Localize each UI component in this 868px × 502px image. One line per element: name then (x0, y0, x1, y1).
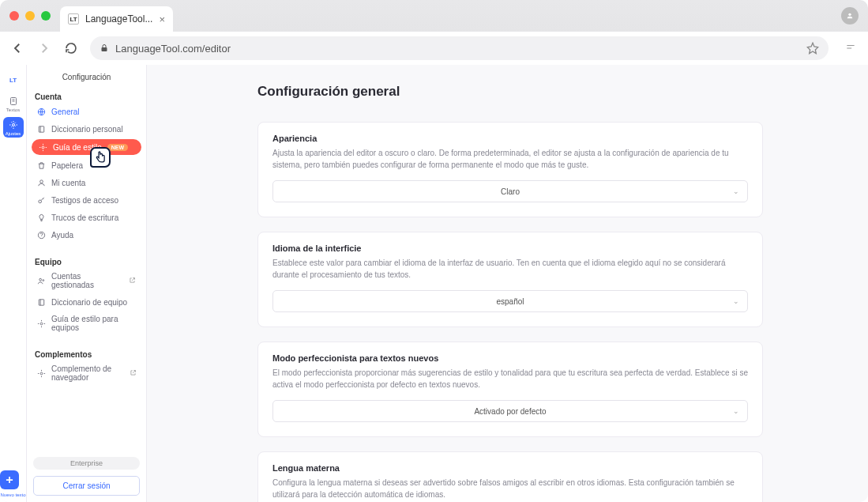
logo-icon: LT (8, 74, 19, 85)
sidebar-item-cuentas-gestionadas[interactable]: Cuentas gestionadas (27, 268, 146, 293)
sparkle-icon (36, 319, 46, 328)
select-value: Activado por defecto (474, 407, 546, 416)
card-title: Idioma de la interficie (272, 243, 748, 253)
close-window-button[interactable] (9, 11, 19, 21)
svg-rect-1 (102, 47, 107, 51)
sidebar-item-label: Testigos de acceso (51, 196, 118, 205)
rail-new-label: Nuevo texto (0, 493, 25, 497)
sidebar-item-ayuda[interactable]: Ayuda (27, 226, 146, 243)
sidebar-item-label: Diccionario personal (51, 125, 123, 134)
puzzle-icon (36, 368, 46, 378)
app-shell: LT Textos Ajustes Nuevo texto Configurac… (0, 65, 868, 502)
sidebar-item-label: Complemento de navegador (51, 364, 124, 382)
sidebar-item-testigos[interactable]: Testigos de acceso (27, 191, 146, 209)
users-icon (36, 276, 46, 285)
gear-icon (8, 119, 19, 130)
rail-label: Ajustes (6, 131, 21, 136)
select-perfeccionista[interactable]: Activado por defecto ⌄ (272, 400, 748, 422)
chevron-down-icon: ⌄ (733, 187, 739, 195)
settings-sidebar: Configuración Cuenta General Diccionario… (27, 65, 147, 502)
sidebar-item-guia-estilo[interactable]: Guía de estilo NEW (32, 139, 141, 155)
svg-point-0 (848, 13, 851, 16)
sidebar-item-diccionario[interactable]: Diccionario personal (27, 120, 146, 138)
signout-button[interactable]: Cerrar sesión (33, 476, 140, 496)
sidebar-item-complemento-navegador[interactable]: Complemento de navegador (27, 360, 146, 386)
titlebar: LT LanguageTool... × (0, 0, 868, 32)
browser-tab[interactable]: LT LanguageTool... × (60, 6, 173, 32)
svg-point-14 (40, 372, 43, 375)
sidebar-footer: Enterprise Cerrar sesión (27, 451, 146, 502)
tab-close-icon[interactable]: × (159, 13, 165, 25)
svg-rect-12 (39, 299, 43, 304)
back-button[interactable] (9, 40, 25, 56)
sidebar-item-diccionario-equipo[interactable]: Diccionario de equipo (27, 293, 146, 311)
card-title: Modo perfeccionista para textos nuevos (272, 353, 748, 363)
select-idioma[interactable]: español ⌄ (272, 290, 748, 312)
favicon-icon: LT (68, 13, 79, 25)
chevron-down-icon: ⌄ (733, 297, 739, 305)
bookmark-star-icon[interactable] (806, 42, 819, 55)
select-apariencia[interactable]: Claro ⌄ (272, 180, 748, 202)
sparkle-icon (38, 142, 47, 152)
rail-label: Textos (6, 108, 20, 112)
svg-rect-5 (39, 126, 43, 131)
user-icon (36, 178, 46, 187)
sidebar-item-general[interactable]: General (27, 103, 146, 120)
card-lengua-materna: Lengua materna Configura la lengua mater… (257, 451, 763, 502)
lock-icon (100, 43, 109, 53)
chevron-down-icon: ⌄ (733, 407, 739, 415)
maximize-window-button[interactable] (41, 11, 51, 21)
svg-point-6 (42, 146, 44, 149)
sidebar-item-label: Trucos de escritura (51, 213, 118, 222)
sidebar-item-label: Papelera (51, 161, 83, 170)
help-icon (36, 230, 46, 240)
card-apariencia: Apariencia Ajusta la apariencia del edit… (257, 122, 763, 217)
sidebar-item-label: Guía de estilo para equipos (51, 315, 137, 332)
new-badge: NEW (107, 144, 128, 151)
forward-button (36, 40, 52, 56)
key-icon (36, 195, 46, 205)
pointer-cursor-icon (90, 147, 111, 168)
sidebar-item-label: General (51, 108, 80, 116)
reload-button[interactable] (63, 40, 79, 56)
sidebar-item-micuenta[interactable]: Mi cuenta (27, 174, 146, 191)
left-rail: LT Textos Ajustes Nuevo texto (0, 65, 27, 502)
minimize-window-button[interactable] (25, 11, 35, 21)
svg-point-7 (39, 179, 43, 183)
page-title: Configuración general (257, 84, 763, 100)
main-content: Configuración general Apariencia Ajusta … (147, 65, 868, 502)
card-title: Apariencia (272, 134, 748, 143)
card-perfeccionista: Modo perfeccionista para textos nuevos E… (257, 342, 763, 437)
sidebar-item-label: Cuentas gestionadas (51, 272, 123, 289)
lightbulb-icon (36, 213, 46, 222)
rail-logo[interactable]: LT (3, 70, 24, 90)
tab-title: LanguageTool... (85, 13, 152, 25)
document-icon (8, 96, 19, 107)
sidebar-title: Configuración (27, 65, 146, 88)
section-heading-equipo: Equipo (27, 253, 146, 268)
card-desc: Establece este valor para cambiar el idi… (272, 258, 748, 281)
card-desc: Configura la lengua materna si deseas se… (272, 477, 748, 500)
book-icon (36, 124, 46, 134)
svg-point-11 (42, 279, 43, 281)
profile-avatar-icon[interactable] (841, 7, 859, 25)
svg-point-10 (39, 278, 41, 281)
trash-icon (36, 160, 46, 170)
card-title: Lengua materna (272, 463, 748, 473)
rail-ajustes[interactable]: Ajustes (3, 117, 24, 138)
sidebar-item-label: Ayuda (51, 231, 73, 240)
sidebar-item-papelera[interactable]: Papelera (27, 157, 146, 174)
address-bar[interactable]: LanguageTool.com/editor (90, 36, 829, 60)
sidebar-item-guia-equipos[interactable]: Guía de estilo para equipos (27, 311, 146, 336)
sidebar-item-trucos[interactable]: Trucos de escritura (27, 209, 146, 226)
sidebar-item-label: Diccionario de equipo (51, 298, 127, 307)
select-value: español (496, 297, 524, 306)
card-desc: Ajusta la apariencia del editor a oscuro… (272, 148, 748, 171)
chrome-menu-icon[interactable] (843, 40, 859, 56)
card-desc: El modo perfeccionista proporcionar más … (272, 368, 748, 391)
rail-textos[interactable]: Textos (3, 93, 24, 114)
svg-point-13 (40, 323, 43, 325)
section-heading-complementos: Complementos (27, 345, 146, 360)
card-idioma: Idioma de la interficie Establece este v… (257, 232, 763, 327)
new-text-button[interactable] (0, 470, 19, 489)
